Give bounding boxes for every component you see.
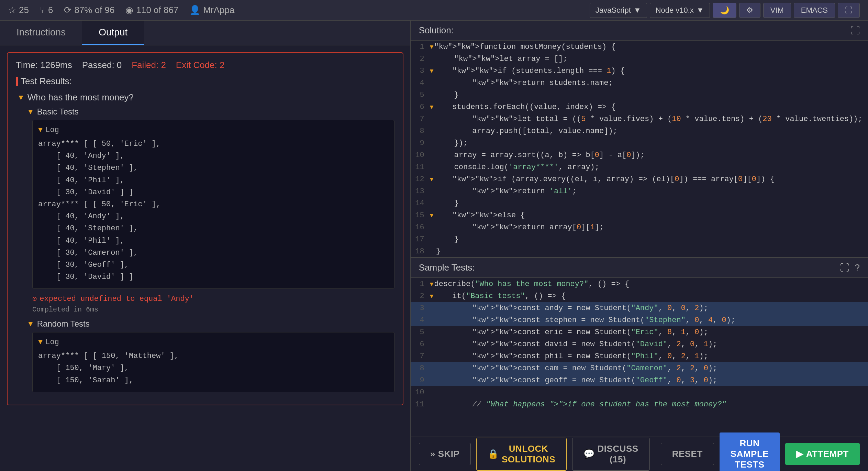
fork-icon: ⑂ <box>40 5 45 15</box>
line-content: console.log('array****', array); <box>430 161 868 173</box>
line-content: "kw">"kw">const david = new Student("Dav… <box>430 338 868 350</box>
table-row: 17 } <box>411 233 868 245</box>
line-number: 16 <box>411 221 430 233</box>
line-content: ▼ "kw">"kw">if (students.length === 1) { <box>430 65 868 77</box>
node-version-label: Node v10.x <box>656 6 694 15</box>
user-item: 👤 MrAppa <box>189 5 234 15</box>
line-content: "kw">"kw">return array[0][1]; <box>430 221 868 233</box>
expand-solution-icon[interactable]: ⛶ <box>850 25 860 36</box>
sample-header-icons: ⛶ ? <box>840 262 860 273</box>
fold-icon[interactable]: ▼ <box>430 68 434 75</box>
solution-code-area[interactable]: 1▼"kw">"kw">function mostMoney(students)… <box>411 41 868 257</box>
skip-arrows-icon: » <box>430 449 435 459</box>
line-number: 6 <box>411 338 430 350</box>
passed-label: Passed: 0 <box>82 60 122 70</box>
line-number: 1 <box>411 278 430 290</box>
chevron-down-icon2: ▼ <box>697 6 704 15</box>
forks-count: 6 <box>48 5 53 15</box>
run-sample-tests-button[interactable]: RUN SAMPLE TESTS <box>720 432 780 471</box>
left-panel: Instructions Output Time: 1269ms Passed:… <box>0 21 411 471</box>
help-icon[interactable]: ? <box>855 262 860 273</box>
expand-sample-icon[interactable]: ⛶ <box>840 262 849 273</box>
test-results-label: Test Results: <box>16 76 394 87</box>
attempt-button[interactable]: ▶ ATTEMPT <box>785 443 860 465</box>
completion-text: 87% of 96 <box>74 5 114 15</box>
table-row: 8 array.push([total, value.name]); <box>411 125 868 137</box>
line-number: 1 <box>411 41 430 53</box>
discuss-button[interactable]: 💬 DISCUSS (15) <box>572 438 650 471</box>
line-number: 8 <box>411 362 430 374</box>
line-number: 14 <box>411 197 430 209</box>
table-row: 6 "kw">"kw">const david = new Student("D… <box>411 338 868 350</box>
theme-button[interactable]: 🌙 <box>713 3 736 18</box>
table-row: 15▼ "kw">"kw">else { <box>411 209 868 221</box>
output-area[interactable]: Time: 1269ms Passed: 0 Failed: 2 Exit Co… <box>0 45 410 471</box>
exit-code-label: Exit Code: 2 <box>176 60 225 70</box>
line-number: 4 <box>411 77 430 89</box>
random-tests-header[interactable]: ▼ Random Tests <box>27 319 394 329</box>
line-content: ▼ students.forEach((value, index) => { <box>430 101 868 113</box>
line-content: ▼ it("Basic tests", () => { <box>430 290 868 302</box>
line-content: array.push([total, value.name]); <box>430 125 868 137</box>
line-number: 5 <box>411 326 430 338</box>
sample-code-area[interactable]: 1▼describe("Who has the most money?", ()… <box>411 278 868 437</box>
fold-icon[interactable]: ▼ <box>430 104 434 111</box>
table-row: 9 }); <box>411 137 868 149</box>
log-header[interactable]: ▼ Log <box>38 126 389 134</box>
line-number: 10 <box>411 149 430 161</box>
line-content: "kw">"kw">const stephen = new Student("S… <box>430 314 868 326</box>
solutions-text: 110 of 867 <box>136 5 178 15</box>
error-icon: ⊙ <box>32 294 37 304</box>
settings-button[interactable]: ⚙ <box>739 3 760 18</box>
random-log-box: ▼ Log array**** [ [ 150, 'Matthew' ], [ … <box>32 332 394 392</box>
line-content: array = array.sort((a, b) => b[0] - a[0]… <box>430 149 868 161</box>
table-row: 13 "kw">"kw">return 'all'; <box>411 185 868 197</box>
vim-button[interactable]: VIM <box>763 3 791 18</box>
table-row: 14 } <box>411 197 868 209</box>
table-row: 3 "kw">"kw">const andy = new Student("An… <box>411 302 868 314</box>
stars-count: 25 <box>19 5 29 15</box>
line-number: 6 <box>411 101 430 113</box>
fold-icon[interactable]: ▼ <box>430 281 434 288</box>
line-number: 17 <box>411 233 430 245</box>
tab-output[interactable]: Output <box>82 21 144 45</box>
node-version-selector[interactable]: Node v10.x ▼ <box>650 3 710 18</box>
table-row: 3▼ "kw">"kw">if (students.length === 1) … <box>411 65 868 77</box>
red-bar-indicator <box>16 77 18 86</box>
emacs-button[interactable]: EMACS <box>794 3 835 18</box>
table-row: 1▼describe("Who has the most money?", ()… <box>411 278 868 290</box>
line-number: 11 <box>411 161 430 173</box>
table-row: 10 <box>411 386 868 398</box>
line-content: }); <box>430 137 868 149</box>
line-content: "kw">"kw">const geoff = new Student("Geo… <box>430 374 868 386</box>
chevron-down-icon4: ▼ <box>27 107 34 116</box>
random-log-header[interactable]: ▼ Log <box>38 338 389 347</box>
line-number: 5 <box>411 89 430 101</box>
tab-instructions[interactable]: Instructions <box>0 21 82 45</box>
chevron-down-icon: ▼ <box>634 6 641 15</box>
expand-button[interactable]: ⛶ <box>838 3 860 18</box>
fold-icon[interactable]: ▼ <box>430 293 434 300</box>
unlock-solutions-button[interactable]: 🔒 UNLOCK SOLUTIONS <box>476 438 567 471</box>
solution-header: Solution: ⛶ <box>411 21 868 41</box>
table-row: 10 array = array.sort((a, b) => b[0] - a… <box>411 149 868 161</box>
table-row: 6▼ students.forEach((value, index) => { <box>411 101 868 113</box>
who-section-header[interactable]: ▼ Who has the most money? <box>16 92 394 103</box>
line-content: // "What happens ">">if one student has … <box>430 398 868 410</box>
line-content: "kw">"kw">let total = ((5 * value.fives)… <box>430 113 868 125</box>
fold-icon[interactable]: ▼ <box>430 44 434 51</box>
table-row: 5 "kw">"kw">const eric = new Student("Er… <box>411 326 868 338</box>
fold-icon[interactable]: ▼ <box>430 212 434 219</box>
line-number: 9 <box>411 374 430 386</box>
chevron-down-icon7: ▼ <box>38 338 43 347</box>
basic-tests-header[interactable]: ▼ Basic Tests <box>27 107 394 117</box>
top-bar: ☆ 25 ⑂ 6 ⟳ 87% of 96 ◉ 110 of 867 👤 MrAp… <box>0 0 868 21</box>
skip-button[interactable]: » SKIP <box>419 443 471 465</box>
right-panel: Solution: ⛶ 1▼"kw">"kw">function mostMon… <box>411 21 868 471</box>
table-row: 5 } <box>411 89 868 101</box>
fold-icon[interactable]: ▼ <box>430 176 434 183</box>
language-selector[interactable]: JavaScript ▼ <box>590 3 647 18</box>
reset-button[interactable]: RESET <box>661 443 714 465</box>
line-number: 2 <box>411 53 430 65</box>
solution-section: Solution: ⛶ 1▼"kw">"kw">function mostMon… <box>411 21 868 258</box>
